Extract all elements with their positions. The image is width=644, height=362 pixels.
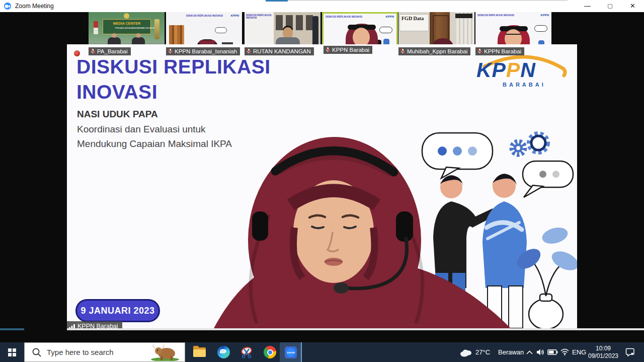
taskbar-clock[interactable]: 10:09 09/01/2023 [585,345,622,360]
edge-browser-icon[interactable] [217,346,230,358]
speaker-portrait [209,112,516,328]
maximize-button[interactable]: ▢ [599,0,621,12]
fgd-data-poster: FGD Data [399,14,429,31]
minimize-button[interactable]: — [576,0,599,12]
participant-name-label: KPPN Barabai [475,47,524,55]
volume-icon[interactable] [536,348,545,356]
kppn-barabai-logo: KPPN BARABAI [473,53,570,91]
windows-logo-icon [8,348,16,356]
slide-title: DISKUSI REPLIKASI INOVASI [76,54,271,105]
clock-date: 09/01/2023 [585,352,622,360]
window-title: Zoom Meeting [15,0,54,12]
muted-mic-icon [90,48,96,54]
window-bottom-strip [67,328,644,330]
search-icon [32,347,42,357]
zoom-taskbar-icon: zoom [285,346,297,358]
windows-taskbar: zoom 27°C Berawan ENG 10:09 09/01/ [0,342,644,362]
weather-temperature[interactable]: 27°C [475,342,490,362]
speech-bubble-graphic [215,27,227,33]
kppn-mini-logo: KPPN [230,14,239,18]
muted-mic-icon [246,48,252,54]
zoom-app-icon [4,3,11,10]
snipping-tool-icon[interactable] [240,346,253,358]
search-input[interactable] [47,343,147,361]
network-wifi-icon[interactable] [560,348,569,355]
battery-icon[interactable] [547,349,558,355]
participant-thumbnail-muhibah[interactable]: FGD Data Muhibah_Kppn Barabai [398,12,474,55]
show-hidden-icons-chevron[interactable] [526,350,533,354]
muted-mic-icon [325,47,331,52]
action-center-icon[interactable] [625,348,635,356]
wall-logo-strip [455,14,472,18]
start-button[interactable] [0,342,24,362]
window-titlebar[interactable]: Zoom Meeting — ▢ ✕ [0,0,644,12]
main-speaker-name-label: KPPN Barabai [67,321,122,328]
connection-signal-icon [69,324,75,329]
slide-date-badge: 9 JANUARI 2023 [75,299,160,322]
close-button[interactable]: ✕ [621,0,644,12]
titlebar-gray-strip [288,0,568,1]
file-explorer-icon[interactable] [193,346,206,358]
zoom-meeting-window: Zoom Meeting — ▢ ✕ MEDIA CENTER PENGADIL… [0,0,644,362]
start-highlight-strip [0,328,24,330]
participant-name-label: KPPN Barabai [324,46,372,54]
participant-name-label: RUTAN KANDANGAN [245,47,314,55]
muted-mic-icon [477,48,482,54]
media-center-sign: MEDIA CENTER PENGADILAN AGAMA BARABAI KE… [103,19,151,34]
speech-bubble-graphic [379,27,392,33]
search-highlight-ox-icon [149,344,181,361]
banner-flag [154,19,159,39]
muted-mic-icon [400,48,406,54]
speech-bubble-graphic [534,25,547,32]
main-speaker-video: DISKUSI REPLIKASI INOVASI NASI UDUK PAPA… [67,44,577,328]
kppn-mini-logo: KPPN [385,15,394,19]
muted-mic-icon [168,48,173,54]
chrome-browser-icon[interactable] [264,346,276,358]
court-emblem [124,13,129,19]
office-flag [312,16,318,46]
participant-name-label: PA_Barabai [89,47,131,55]
participant-thumbnail-rutan-kandangan[interactable]: DISKUSI REPLIKASI INOVASI RUTAN KANDANGA… [245,12,320,55]
weather-cloud-icon[interactable] [459,349,473,357]
clock-time: 10:09 [585,345,622,352]
language-indicator[interactable]: ENG [572,342,586,362]
participant-thumbnail-isnaniah[interactable]: DISKUSI REPLIKASI INOVASI KPPN KPPN Bara… [166,12,242,55]
participant-name-label: KPPN Barabai_Isnaniah [166,47,240,55]
wall-photo-frames [276,15,316,30]
participant-name-label: Muhibah_Kppn Barabai [398,47,470,55]
kppn-mini-logo: KPPN [540,14,549,17]
taskbar-search[interactable] [24,342,185,362]
glasses [506,34,521,37]
weather-description[interactable]: Berawan [498,342,524,362]
zoom-app-taskbar-slot[interactable]: zoom [280,342,302,362]
titlebar-accent-strip [266,0,288,2]
hijab-band [199,40,215,44]
indonesian-flag [94,21,98,34]
